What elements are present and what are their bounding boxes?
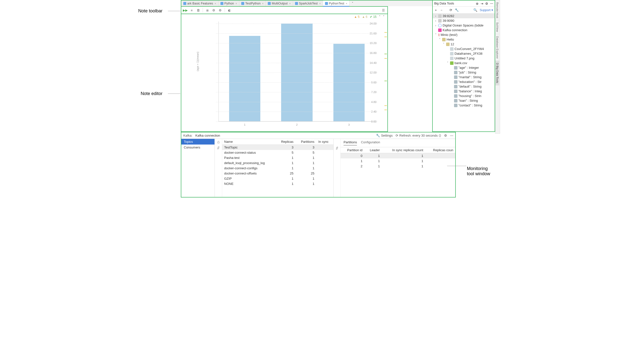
tool-rail-item[interactable]: SciView: [496, 20, 499, 34]
editor-tab[interactable]: PythonTest×: [323, 0, 350, 6]
table-row[interactable]: 211: [340, 164, 455, 169]
kafka-sidebar-item[interactable]: Topics: [181, 139, 214, 145]
collapse-icon[interactable]: ⇥: [480, 2, 483, 5]
editor-tab[interactable]: SparkJobTest×: [293, 0, 323, 6]
editor-tab[interactable]: TestPython×: [239, 0, 266, 6]
tree-node[interactable]: "job" : String: [433, 70, 495, 75]
chevron-down-icon[interactable]: ˅: [383, 15, 384, 18]
tree-node[interactable]: CsvConvert_2FYW4: [433, 46, 495, 51]
table-row[interactable]: GZIP11: [222, 176, 334, 181]
minimize-icon[interactable]: —: [450, 134, 453, 137]
tree-node[interactable]: ›39:8282: [433, 13, 495, 18]
remove-icon[interactable]: －: [440, 8, 443, 12]
tree-node[interactable]: "education" : Str: [433, 79, 495, 84]
bdt-tree[interactable]: ›39:8282›39:9090›Digital Ocean Spaces (b…: [433, 13, 495, 131]
layout-icon[interactable]: ☰: [382, 8, 386, 12]
target-icon[interactable]: ⊕: [476, 2, 478, 5]
kafka-settings-button[interactable]: 🔧Settings: [376, 134, 392, 137]
tree-node[interactable]: ˅12: [433, 42, 495, 46]
detail-tab[interactable]: Partitions: [344, 140, 357, 146]
close-icon[interactable]: ×: [289, 2, 290, 5]
table-row[interactable]: TestTopic33: [222, 145, 334, 150]
table-row[interactable]: docker-connect-offsets2525: [222, 171, 334, 176]
editor-tab[interactable]: MultiOutput×: [266, 0, 293, 6]
tree-node[interactable]: ˅⌇Minio (test/): [433, 32, 495, 37]
table-row[interactable]: default_ksql_processing_log11: [222, 160, 334, 166]
editor-tab[interactable]: Python×: [218, 0, 239, 6]
gear-icon[interactable]: ⚙: [444, 134, 447, 137]
kafka-sidebar-item[interactable]: Consumers: [181, 145, 214, 150]
kafka-connection-name[interactable]: Kafka connection: [196, 134, 220, 137]
add-icon[interactable]: ＋: [434, 8, 438, 12]
gear-icon[interactable]: ⚙: [218, 8, 222, 12]
trash-icon[interactable]: 🗑: [196, 8, 200, 12]
tree-node[interactable]: ›39:9090: [433, 18, 495, 23]
close-icon[interactable]: ×: [346, 2, 347, 5]
tree-node[interactable]: ˅bank.csv: [433, 61, 495, 65]
support-link[interactable]: Support ▾: [480, 8, 493, 12]
kafka-refresh-button[interactable]: ⟳Refresh: every 30 seconds⟨⟩: [396, 134, 441, 137]
refresh-icon[interactable]: ⟳: [450, 8, 452, 12]
column-header[interactable]: Name: [222, 139, 276, 145]
tree-node[interactable]: "balance" : Integ: [433, 89, 495, 93]
globe-icon[interactable]: ◐: [228, 8, 231, 12]
tree-twisty-icon[interactable]: ˅: [446, 61, 449, 65]
table-row[interactable]: Pasha-test11: [222, 155, 334, 160]
tree-twisty-icon[interactable]: ›: [434, 19, 437, 22]
tabs-overflow-icon[interactable]: ˅: [350, 0, 356, 6]
close-icon[interactable]: ×: [262, 2, 264, 5]
tree-node[interactable]: Dataframes_2FX38: [433, 51, 495, 56]
tree-node[interactable]: "contact" : String: [433, 103, 495, 108]
table-row[interactable]: 111: [340, 158, 455, 164]
search-icon[interactable]: 🔍: [473, 8, 477, 12]
run-all-icon[interactable]: ▶▶: [183, 8, 187, 12]
tree-twisty-icon[interactable]: ›: [434, 14, 437, 18]
minimize-icon[interactable]: —: [490, 2, 494, 5]
column-header[interactable]: Replicas coun: [425, 147, 455, 153]
column-header[interactable]: Leader: [364, 147, 382, 153]
column-header[interactable]: Partitions: [296, 139, 316, 145]
tree-label: "loan" : String: [458, 99, 478, 102]
table-row[interactable]: docker-connect-configs11: [222, 166, 334, 171]
tool-rail-item[interactable]: Database Explorer: [496, 34, 499, 61]
close-icon[interactable]: ×: [236, 2, 237, 5]
col-icon: [454, 85, 458, 88]
tree-node[interactable]: "marital" : String: [433, 75, 495, 79]
tree-node[interactable]: "loan" : String: [433, 98, 495, 103]
table-row[interactable]: docker-connect-status55: [222, 150, 334, 155]
column-header[interactable]: Partition id: [340, 147, 364, 153]
columns-icon[interactable]: ⎙: [218, 140, 220, 144]
sliders-icon[interactable]: ⚙: [212, 8, 216, 12]
chevron-up-icon[interactable]: ˄: [379, 15, 380, 18]
tree-node[interactable]: "default" : String: [433, 84, 495, 89]
wrench-icon[interactable]: 🔧: [455, 8, 459, 12]
tree-node[interactable]: Kafka connection: [433, 28, 495, 32]
editor-tab[interactable]: ark Basic Features×: [181, 0, 218, 6]
close-icon[interactable]: ×: [214, 2, 216, 5]
close-icon[interactable]: ×: [319, 2, 320, 5]
inspection-status[interactable]: ▲ 5 ▲ 6 ✔ 15 ˄ ˅: [354, 15, 384, 18]
tree-node[interactable]: ˅Hello: [433, 37, 495, 42]
tree-node[interactable]: "housing" : Strin: [433, 93, 495, 98]
tree-twisty-icon[interactable]: ˅: [434, 33, 437, 37]
column-header[interactable]: Replicas: [276, 139, 296, 145]
tree-node[interactable]: ›Digital Ocean Spaces (bdide: [433, 23, 495, 28]
tree-twisty-icon[interactable]: ›: [434, 23, 437, 27]
table-row[interactable]: 011: [340, 153, 455, 159]
tool-rail-item[interactable]: Remote Host: [496, 0, 499, 20]
tree-twisty-icon[interactable]: ˅: [442, 42, 445, 46]
list-icon[interactable]: ≣: [205, 8, 209, 12]
tree-node[interactable]: "age" : Integer: [433, 65, 495, 70]
tree-twisty-icon[interactable]: ˅: [438, 38, 441, 41]
detail-tab[interactable]: Configuration: [361, 140, 380, 146]
column-header[interactable]: In sync: [316, 139, 334, 145]
sort-icon[interactable]: ⇵: [336, 146, 338, 150]
column-header[interactable]: In sync replicas count: [382, 147, 425, 153]
tool-rail-item[interactable]: D Big Data Tools: [496, 61, 499, 85]
table-row[interactable]: NONE11: [222, 181, 334, 186]
stop-icon[interactable]: ■: [190, 8, 194, 12]
tree-node[interactable]: Untitled 7.png: [433, 56, 495, 61]
editor-minimap[interactable]: [384, 21, 387, 129]
gear-icon[interactable]: ⚙: [485, 2, 488, 5]
sort-icon[interactable]: ⇵: [217, 146, 220, 150]
